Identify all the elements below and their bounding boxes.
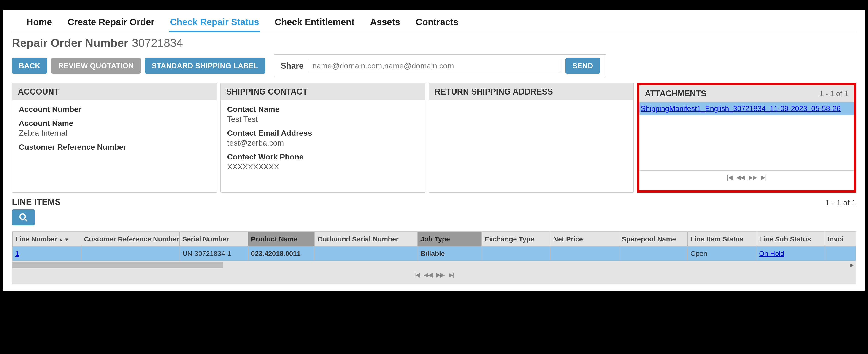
- col-outbound-serial[interactable]: Outbound Serial Number: [315, 232, 417, 247]
- lineitems-pager: |◀ ◀◀ ▶▶ ▶|: [12, 268, 856, 282]
- title-label: Repair Order Number: [12, 36, 128, 50]
- contact-name-label: Contact Name: [227, 105, 419, 114]
- account-name-value: Zebra Internal: [19, 129, 210, 137]
- col-sparepool[interactable]: Sparepool Name: [619, 232, 688, 247]
- lineitems-count: 1 - 1 of 1: [826, 198, 856, 207]
- account-header: ACCOUNT: [12, 83, 217, 100]
- nav-assets[interactable]: Assets: [369, 17, 401, 28]
- svg-line-1: [25, 219, 27, 221]
- col-product-name[interactable]: Product Name: [248, 232, 315, 247]
- nav-status[interactable]: Check Repair Status: [169, 17, 260, 32]
- shipping-contact-header: SHIPPING CONTACT: [221, 83, 425, 100]
- attachments-count: 1 - 1 of 1: [819, 90, 848, 98]
- cell-product: 023.42018.0011: [248, 247, 315, 261]
- contact-email-label: Contact Email Address: [227, 129, 419, 137]
- top-nav: Home Create Repair Order Check Repair St…: [12, 12, 856, 32]
- back-button[interactable]: BACK: [12, 58, 47, 74]
- customer-ref-label: Customer Reference Number: [19, 142, 210, 152]
- cell-invoice: [825, 247, 856, 261]
- cell-exchange: [482, 247, 550, 261]
- cell-sub-status[interactable]: On Hold: [759, 250, 784, 257]
- scroll-thumb[interactable]: [12, 262, 223, 268]
- share-box: Share SEND: [274, 54, 606, 77]
- attachments-list: ShippingManifest1_English_30721834_11-09…: [640, 102, 854, 171]
- table-row[interactable]: 1 UN-30721834-1 023.42018.0011 Billable …: [12, 247, 856, 261]
- search-icon: [19, 213, 28, 222]
- lineitems-header-row: LINE ITEMS 1 - 1 of 1: [12, 197, 856, 207]
- review-quotation-button[interactable]: REVIEW QUOTATION: [51, 58, 141, 74]
- panels-row: ACCOUNT Account Number Account Name Zebr…: [12, 83, 856, 193]
- horizontal-scrollbar[interactable]: ◀ ▶: [12, 261, 856, 268]
- title-number: 30721834: [132, 36, 183, 50]
- lineitems-title: LINE ITEMS: [12, 197, 61, 207]
- action-bar: BACK REVIEW QUOTATION STANDARD SHIPPING …: [12, 54, 856, 77]
- account-name-label: Account Name: [19, 119, 210, 128]
- pager-last-icon[interactable]: ▶|: [761, 174, 766, 181]
- cell-sparepool: [619, 247, 688, 261]
- col-serial[interactable]: Serial Number: [180, 232, 248, 247]
- svg-point-0: [20, 214, 25, 219]
- col-line-number[interactable]: Line Number▲▼: [12, 232, 81, 247]
- sort-desc-icon: ▼: [64, 237, 69, 243]
- cell-status: Open: [688, 247, 756, 261]
- pager-next-icon[interactable]: ▶▶: [748, 174, 757, 181]
- pager-prev-icon[interactable]: ◀◀: [736, 174, 744, 181]
- pager-prev-icon[interactable]: ◀◀: [424, 271, 432, 279]
- account-panel: ACCOUNT Account Number Account Name Zebr…: [12, 83, 217, 193]
- pager-first-icon[interactable]: |◀: [414, 271, 420, 279]
- col-invoice[interactable]: Invoi: [825, 232, 856, 247]
- return-shipping-header: RETURN SHIPPING ADDRESS: [429, 83, 633, 100]
- attachments-header: ATTACHMENTS 1 - 1 of 1: [640, 85, 854, 102]
- lineitems-grid: Line Number▲▼ Customer Reference Number …: [12, 231, 856, 284]
- nav-contracts[interactable]: Contracts: [415, 17, 460, 28]
- col-exchange-type[interactable]: Exchange Type: [482, 232, 550, 247]
- page-title: Repair Order Number 30721834: [12, 36, 856, 50]
- send-button[interactable]: SEND: [565, 58, 600, 74]
- sort-asc-icon: ▲: [58, 237, 63, 243]
- nav-entitlement[interactable]: Check Entitlement: [274, 17, 355, 28]
- pager-next-icon[interactable]: ▶▶: [436, 271, 444, 279]
- col-line-status[interactable]: Line Item Status: [688, 232, 756, 247]
- search-button[interactable]: [12, 210, 35, 225]
- contact-phone-value: XXXXXXXXXX: [227, 162, 419, 171]
- contact-name-value: Test Test: [227, 115, 419, 124]
- cell-job-type: Billable: [417, 247, 482, 261]
- pager-last-icon[interactable]: ▶|: [448, 271, 454, 279]
- col-customer-ref[interactable]: Customer Reference Number: [81, 232, 180, 247]
- attachments-pager: |◀ ◀◀ ▶▶ ▶|: [640, 171, 854, 184]
- cell-outbound: [315, 247, 417, 261]
- cell-net-price: [550, 247, 619, 261]
- shipping-contact-panel: SHIPPING CONTACT Contact Name Test Test …: [220, 83, 426, 193]
- contact-phone-label: Contact Work Phone: [227, 152, 419, 161]
- pager-first-icon[interactable]: |◀: [727, 174, 732, 181]
- nav-create[interactable]: Create Repair Order: [67, 17, 155, 28]
- share-label: Share: [281, 61, 304, 71]
- cell-line-number[interactable]: 1: [16, 250, 19, 257]
- grid-header-row: Line Number▲▼ Customer Reference Number …: [12, 232, 856, 247]
- attachments-panel: ATTACHMENTS 1 - 1 of 1 ShippingManifest1…: [640, 85, 854, 190]
- col-net-price[interactable]: Net Price: [550, 232, 619, 247]
- standard-shipping-label-button[interactable]: STANDARD SHIPPING LABEL: [145, 58, 265, 74]
- contact-email-value: test@zerba.com: [227, 138, 419, 148]
- col-line-sub-status[interactable]: Line Sub Status: [756, 232, 825, 247]
- return-shipping-panel: RETURN SHIPPING ADDRESS: [429, 83, 634, 193]
- cell-serial: UN-30721834-1: [180, 247, 248, 261]
- nav-home[interactable]: Home: [26, 17, 53, 28]
- cell-cust-ref: [81, 247, 180, 261]
- account-number-label: Account Number: [19, 105, 210, 114]
- attachments-title: ATTACHMENTS: [645, 89, 707, 98]
- scroll-right-icon[interactable]: ▶: [848, 261, 856, 269]
- col-job-type[interactable]: Job Type: [417, 232, 482, 247]
- attachments-highlight: ATTACHMENTS 1 - 1 of 1 ShippingManifest1…: [637, 83, 856, 193]
- attachment-row[interactable]: ShippingManifest1_English_30721834_11-09…: [640, 102, 854, 115]
- share-input[interactable]: [309, 59, 560, 73]
